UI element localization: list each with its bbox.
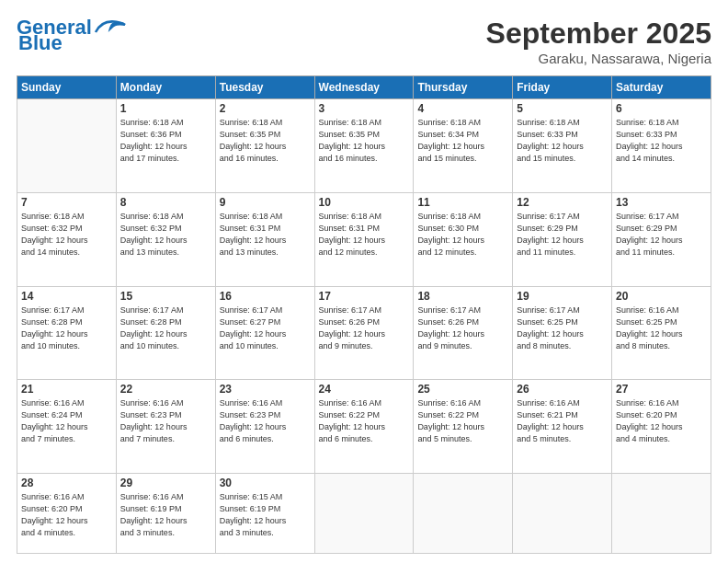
day-info: Sunrise: 6:16 AM Sunset: 6:22 PM Dayligh… (417, 397, 508, 445)
calendar-body: 1Sunrise: 6:18 AM Sunset: 6:36 PM Daylig… (17, 99, 711, 554)
day-number: 13 (616, 196, 707, 209)
calendar-cell: 6Sunrise: 6:18 AM Sunset: 6:33 PM Daylig… (612, 99, 711, 193)
calendar-cell: 25Sunrise: 6:16 AM Sunset: 6:22 PM Dayli… (414, 380, 513, 474)
day-number: 22 (120, 383, 211, 396)
calendar-cell: 4Sunrise: 6:18 AM Sunset: 6:34 PM Daylig… (414, 99, 513, 193)
calendar-cell: 2Sunrise: 6:18 AM Sunset: 6:35 PM Daylig… (215, 99, 314, 193)
day-info: Sunrise: 6:16 AM Sunset: 6:20 PM Dayligh… (21, 491, 112, 539)
day-info: Sunrise: 6:17 AM Sunset: 6:27 PM Dayligh… (220, 304, 311, 352)
day-number: 6 (616, 102, 707, 115)
day-number: 4 (417, 102, 508, 115)
day-number: 10 (319, 196, 410, 209)
day-number: 11 (417, 196, 508, 209)
day-info: Sunrise: 6:17 AM Sunset: 6:25 PM Dayligh… (517, 304, 608, 352)
calendar-cell: 30Sunrise: 6:15 AM Sunset: 6:19 PM Dayli… (215, 474, 314, 554)
page: General Blue September 2025 Garaku, Nass… (0, 0, 728, 563)
calendar-cell: 21Sunrise: 6:16 AM Sunset: 6:24 PM Dayli… (17, 380, 117, 474)
calendar-cell: 8Sunrise: 6:18 AM Sunset: 6:32 PM Daylig… (116, 192, 215, 286)
title-block: September 2025 Garaku, Nassarawa, Nigeri… (486, 17, 711, 66)
day-info: Sunrise: 6:16 AM Sunset: 6:19 PM Dayligh… (120, 491, 211, 539)
calendar-cell (414, 474, 513, 554)
day-info: Sunrise: 6:18 AM Sunset: 6:33 PM Dayligh… (616, 117, 707, 165)
calendar-cell: 14Sunrise: 6:17 AM Sunset: 6:28 PM Dayli… (17, 286, 117, 380)
day-info: Sunrise: 6:16 AM Sunset: 6:23 PM Dayligh… (120, 397, 211, 445)
day-number: 19 (517, 290, 608, 303)
day-number: 5 (517, 102, 608, 115)
calendar-cell: 13Sunrise: 6:17 AM Sunset: 6:29 PM Dayli… (612, 192, 711, 286)
day-info: Sunrise: 6:18 AM Sunset: 6:35 PM Dayligh… (319, 117, 410, 165)
calendar-cell (513, 474, 612, 554)
calendar-cell: 3Sunrise: 6:18 AM Sunset: 6:35 PM Daylig… (314, 99, 414, 193)
day-number: 8 (120, 196, 211, 209)
header-tuesday: Tuesday (215, 76, 314, 99)
day-info: Sunrise: 6:18 AM Sunset: 6:31 PM Dayligh… (319, 211, 410, 259)
day-number: 17 (319, 290, 410, 303)
calendar-cell: 10Sunrise: 6:18 AM Sunset: 6:31 PM Dayli… (314, 192, 414, 286)
day-number: 3 (319, 102, 410, 115)
calendar-cell: 26Sunrise: 6:16 AM Sunset: 6:21 PM Dayli… (513, 380, 612, 474)
day-info: Sunrise: 6:16 AM Sunset: 6:22 PM Dayligh… (319, 397, 410, 445)
day-number: 18 (417, 290, 508, 303)
day-info: Sunrise: 6:17 AM Sunset: 6:29 PM Dayligh… (616, 211, 707, 259)
day-number: 2 (220, 102, 311, 115)
day-info: Sunrise: 6:16 AM Sunset: 6:21 PM Dayligh… (517, 397, 608, 445)
day-info: Sunrise: 6:17 AM Sunset: 6:28 PM Dayligh… (21, 304, 112, 352)
day-info: Sunrise: 6:17 AM Sunset: 6:26 PM Dayligh… (417, 304, 508, 352)
day-info: Sunrise: 6:18 AM Sunset: 6:36 PM Dayligh… (120, 117, 211, 165)
day-number: 1 (120, 102, 211, 115)
day-number: 26 (517, 383, 608, 396)
day-number: 15 (120, 290, 211, 303)
day-number: 12 (517, 196, 608, 209)
day-info: Sunrise: 6:16 AM Sunset: 6:23 PM Dayligh… (220, 397, 311, 445)
day-info: Sunrise: 6:17 AM Sunset: 6:29 PM Dayligh… (517, 211, 608, 259)
calendar-cell: 24Sunrise: 6:16 AM Sunset: 6:22 PM Dayli… (314, 380, 414, 474)
day-info: Sunrise: 6:18 AM Sunset: 6:34 PM Dayligh… (417, 117, 508, 165)
calendar-cell: 5Sunrise: 6:18 AM Sunset: 6:33 PM Daylig… (513, 99, 612, 193)
calendar-cell: 1Sunrise: 6:18 AM Sunset: 6:36 PM Daylig… (116, 99, 215, 193)
calendar-cell: 19Sunrise: 6:17 AM Sunset: 6:25 PM Dayli… (513, 286, 612, 380)
calendar-cell: 16Sunrise: 6:17 AM Sunset: 6:27 PM Dayli… (215, 286, 314, 380)
header: General Blue September 2025 Garaku, Nass… (17, 17, 711, 66)
day-number: 20 (616, 290, 707, 303)
day-number: 21 (21, 383, 112, 396)
header-thursday: Thursday (414, 76, 513, 99)
day-number: 23 (220, 383, 311, 396)
calendar-cell: 7Sunrise: 6:18 AM Sunset: 6:32 PM Daylig… (17, 192, 117, 286)
calendar-cell: 18Sunrise: 6:17 AM Sunset: 6:26 PM Dayli… (414, 286, 513, 380)
day-number: 7 (21, 196, 112, 209)
calendar-cell (612, 474, 711, 554)
calendar-cell: 28Sunrise: 6:16 AM Sunset: 6:20 PM Dayli… (17, 474, 117, 554)
day-number: 28 (21, 477, 112, 489)
day-number: 14 (21, 290, 112, 303)
day-info: Sunrise: 6:16 AM Sunset: 6:20 PM Dayligh… (616, 397, 707, 445)
location-title: Garaku, Nassarawa, Nigeria (486, 51, 711, 66)
day-info: Sunrise: 6:17 AM Sunset: 6:26 PM Dayligh… (319, 304, 410, 352)
calendar-cell: 27Sunrise: 6:16 AM Sunset: 6:20 PM Dayli… (612, 380, 711, 474)
day-info: Sunrise: 6:15 AM Sunset: 6:19 PM Dayligh… (220, 491, 311, 539)
header-sunday: Sunday (17, 76, 117, 99)
calendar-header: Sunday Monday Tuesday Wednesday Thursday… (17, 76, 711, 99)
calendar-cell: 17Sunrise: 6:17 AM Sunset: 6:26 PM Dayli… (314, 286, 414, 380)
day-number: 24 (319, 383, 410, 396)
header-saturday: Saturday (612, 76, 711, 99)
calendar-cell: 23Sunrise: 6:16 AM Sunset: 6:23 PM Dayli… (215, 380, 314, 474)
day-info: Sunrise: 6:17 AM Sunset: 6:28 PM Dayligh… (120, 304, 211, 352)
day-number: 30 (220, 477, 311, 489)
calendar-table: Sunday Monday Tuesday Wednesday Thursday… (17, 75, 711, 554)
day-number: 25 (417, 383, 508, 396)
day-number: 16 (220, 290, 311, 303)
header-friday: Friday (513, 76, 612, 99)
calendar-cell (17, 99, 117, 193)
calendar-cell: 20Sunrise: 6:16 AM Sunset: 6:25 PM Dayli… (612, 286, 711, 380)
header-monday: Monday (116, 76, 215, 99)
calendar-cell: 11Sunrise: 6:18 AM Sunset: 6:30 PM Dayli… (414, 192, 513, 286)
logo: General Blue (17, 17, 127, 55)
calendar-cell: 9Sunrise: 6:18 AM Sunset: 6:31 PM Daylig… (215, 192, 314, 286)
day-number: 29 (120, 477, 211, 489)
calendar-cell: 12Sunrise: 6:17 AM Sunset: 6:29 PM Dayli… (513, 192, 612, 286)
weekday-header-row: Sunday Monday Tuesday Wednesday Thursday… (17, 76, 711, 99)
day-number: 9 (220, 196, 311, 209)
calendar-cell: 22Sunrise: 6:16 AM Sunset: 6:23 PM Dayli… (116, 380, 215, 474)
calendar-cell: 15Sunrise: 6:17 AM Sunset: 6:28 PM Dayli… (116, 286, 215, 380)
day-info: Sunrise: 6:18 AM Sunset: 6:30 PM Dayligh… (417, 211, 508, 259)
